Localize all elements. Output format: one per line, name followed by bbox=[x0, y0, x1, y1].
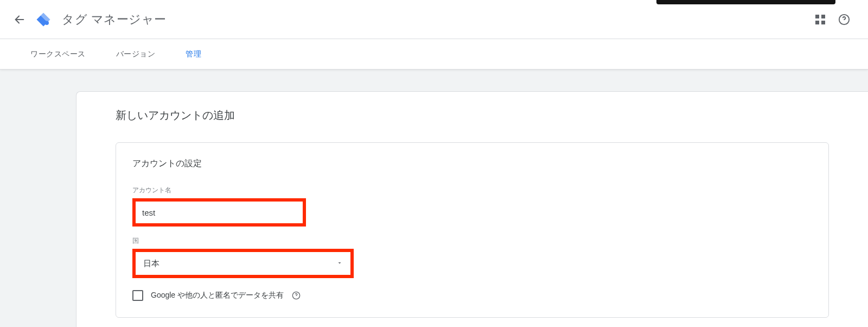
share-data-row: Google や他の人と匿名でデータを共有 bbox=[132, 290, 812, 301]
help-circle-icon bbox=[292, 291, 301, 300]
new-account-card: 新しいアカウントの追加 アカウントの設定 アカウント名 国 日本 bbox=[76, 91, 868, 327]
help-circle-icon bbox=[838, 14, 850, 26]
page-body: 新しいアカウントの追加 アカウントの設定 アカウント名 国 日本 bbox=[0, 70, 868, 327]
share-data-label: Google や他の人と匿名でデータを共有 bbox=[151, 291, 284, 300]
country-field: 国 日本 bbox=[132, 236, 812, 278]
share-data-help-button[interactable] bbox=[291, 291, 301, 300]
svg-rect-2 bbox=[815, 15, 819, 18]
app-header: タグ マネージャー bbox=[0, 0, 868, 39]
app-title: タグ マネージャー bbox=[62, 11, 167, 28]
country-label: 国 bbox=[132, 236, 812, 246]
svg-rect-3 bbox=[821, 15, 825, 18]
country-highlight: 日本 bbox=[132, 249, 354, 278]
card-title: 新しいアカウントの追加 bbox=[116, 108, 829, 123]
svg-rect-5 bbox=[821, 21, 825, 24]
nav-tabs: ワークスペース バージョン 管理 bbox=[0, 39, 868, 70]
account-name-highlight bbox=[132, 198, 306, 227]
help-button[interactable] bbox=[833, 9, 855, 30]
country-select-value: 日本 bbox=[143, 259, 159, 269]
tab-workspace[interactable]: ワークスペース bbox=[15, 39, 101, 69]
account-name-input[interactable] bbox=[136, 202, 303, 223]
top-overlay-bar bbox=[656, 0, 835, 4]
account-settings-panel: アカウントの設定 アカウント名 国 日本 bbox=[116, 142, 829, 318]
tab-versions[interactable]: バージョン bbox=[101, 39, 171, 69]
chevron-down-icon bbox=[336, 259, 343, 268]
account-name-label: アカウント名 bbox=[132, 186, 812, 195]
apps-grid-icon bbox=[815, 15, 825, 24]
account-name-field: アカウント名 bbox=[132, 186, 812, 227]
apps-switcher-button[interactable] bbox=[809, 9, 831, 30]
svg-point-1 bbox=[45, 21, 49, 25]
panel-title: アカウントの設定 bbox=[132, 158, 812, 169]
back-button[interactable] bbox=[9, 9, 30, 30]
svg-rect-4 bbox=[815, 21, 819, 24]
tab-admin[interactable]: 管理 bbox=[170, 39, 216, 69]
country-select[interactable]: 日本 bbox=[136, 252, 350, 275]
share-data-checkbox[interactable] bbox=[132, 290, 143, 301]
tag-manager-logo-icon bbox=[35, 11, 52, 28]
tag-manager-logo bbox=[35, 11, 52, 28]
arrow-left-icon bbox=[14, 14, 25, 26]
